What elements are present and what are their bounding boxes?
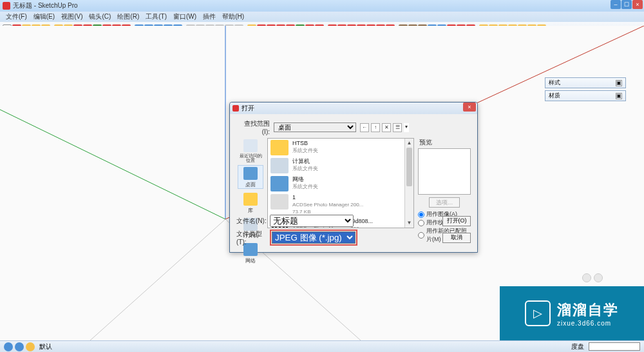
- scroll-up-icon[interactable]: ▲: [405, 139, 413, 148]
- preview-box: [418, 148, 471, 195]
- measurement-input[interactable]: [589, 342, 640, 351]
- filetype-label: 文件类型(T):: [236, 230, 270, 246]
- panel-style-toggle-icon[interactable]: ▣: [616, 80, 622, 86]
- recent-icon: [243, 139, 258, 152]
- file-item: 1 ACDSee Photo Manager 200... 73.7 KB: [268, 193, 413, 217]
- lookin-label: 查找范围(I):: [236, 119, 270, 135]
- open-button[interactable]: 打开(O): [442, 216, 471, 226]
- menu-camera[interactable]: 镜头(C): [86, 12, 114, 21]
- file-item: HTSB 系统文件夹: [268, 139, 413, 157]
- window-titlebar: 无标题 - SketchUp Pro – ☐ ×: [0, 0, 644, 12]
- options-button[interactable]: 选项…: [429, 197, 460, 208]
- filetype-select[interactable]: JPEG 图像 (*.jpg): [272, 231, 355, 244]
- minimize-button[interactable]: –: [611, 0, 621, 9]
- close-button[interactable]: ×: [632, 0, 643, 9]
- file-item: 计算机 系统文件夹: [268, 157, 413, 175]
- dialog-icon: [232, 105, 239, 112]
- status-help-icon[interactable]: [15, 342, 24, 351]
- window-buttons: – ☐ ×: [611, 0, 643, 9]
- dialog-close-button[interactable]: ×: [463, 103, 476, 112]
- svg-line-4: [90, 219, 225, 340]
- panel-material-label: 材质: [549, 92, 560, 100]
- panel-style[interactable]: 样式 ▣: [545, 77, 626, 88]
- place-desktop[interactable]: 桌面: [238, 165, 263, 189]
- desktop-icon: [243, 167, 258, 180]
- svg-line-1: [0, 110, 225, 219]
- menu-tools[interactable]: 工具(T): [142, 12, 170, 21]
- nav-viewmenu-icon[interactable]: ☰: [393, 123, 402, 132]
- viewport-scroll-hint: [582, 273, 608, 284]
- app-icon: [3, 2, 10, 10]
- menu-view[interactable]: 视图(V): [58, 12, 86, 21]
- network-file-icon: [270, 176, 289, 191]
- watermark: ▷ 溜溜自学 zixue.3d66.com: [500, 286, 644, 340]
- place-library[interactable]: 库: [238, 191, 263, 214]
- dialog-title: 打开: [242, 104, 254, 113]
- scroll-ball-icon: [582, 273, 591, 282]
- nav-newfolder-icon[interactable]: ✕: [382, 123, 391, 132]
- watermark-url: zixue.3d66.com: [557, 320, 619, 327]
- menu-edit[interactable]: 编辑(E): [30, 12, 58, 21]
- window-title: 无标题 - SketchUp Pro: [13, 1, 78, 10]
- lookin-select[interactable]: 桌面: [274, 122, 356, 132]
- scroll-thumb[interactable]: [406, 148, 412, 186]
- panel-material-toggle-icon[interactable]: ▣: [616, 93, 622, 99]
- cancel-button[interactable]: 取消: [442, 233, 471, 243]
- status-warn-icon[interactable]: [26, 342, 35, 351]
- menu-file[interactable]: 文件(F): [3, 12, 30, 21]
- measurement-label: 度盘: [571, 343, 584, 350]
- menubar: 文件(F) 编辑(E) 视图(V) 镜头(C) 绘图(R) 工具(T) 窗口(W…: [0, 12, 644, 22]
- menu-plugins[interactable]: 插件: [200, 12, 219, 21]
- nav-back-icon[interactable]: ←: [360, 123, 369, 132]
- folder-icon: [270, 140, 289, 155]
- menu-help[interactable]: 帮助(H): [219, 12, 247, 21]
- status-info-icon[interactable]: [4, 342, 13, 351]
- menu-window[interactable]: 窗口(W): [170, 12, 200, 21]
- preview-label: 预览: [419, 138, 471, 147]
- filename-label: 文件名(N):: [236, 217, 270, 226]
- panel-style-label: 样式: [549, 79, 560, 87]
- watermark-logo-icon: ▷: [525, 300, 551, 326]
- open-dialog: 打开 × 查找范围(I): 桌面 ← ↑ ✕ ☰ ▾ 最近访问的位置: [229, 102, 478, 253]
- dialog-titlebar[interactable]: 打开 ×: [230, 103, 477, 114]
- panel-material[interactable]: 材质 ▣: [545, 90, 626, 101]
- watermark-title: 溜溜自学: [557, 300, 619, 320]
- library-icon: [243, 193, 258, 206]
- maximize-button[interactable]: ☐: [621, 0, 632, 9]
- place-recent[interactable]: 最近访问的位置: [238, 138, 263, 162]
- image-file-icon: [270, 194, 289, 210]
- nav-dropdown-icon[interactable]: ▾: [404, 123, 409, 132]
- computer-file-icon: [270, 158, 289, 173]
- status-hint: 默认: [39, 342, 52, 351]
- scroll-ball-icon: [594, 273, 603, 282]
- statusbar: 默认 度盘: [0, 340, 644, 352]
- side-panels: 样式 ▣ 材质 ▣: [545, 77, 626, 103]
- filename-input[interactable]: 无标题: [270, 215, 354, 227]
- menu-draw[interactable]: 绘图(R): [114, 12, 142, 21]
- nav-up-icon[interactable]: ↑: [371, 123, 380, 132]
- file-item: 网络 系统文件夹: [268, 175, 413, 193]
- filetype-highlight: JPEG 图像 (*.jpg): [270, 230, 357, 246]
